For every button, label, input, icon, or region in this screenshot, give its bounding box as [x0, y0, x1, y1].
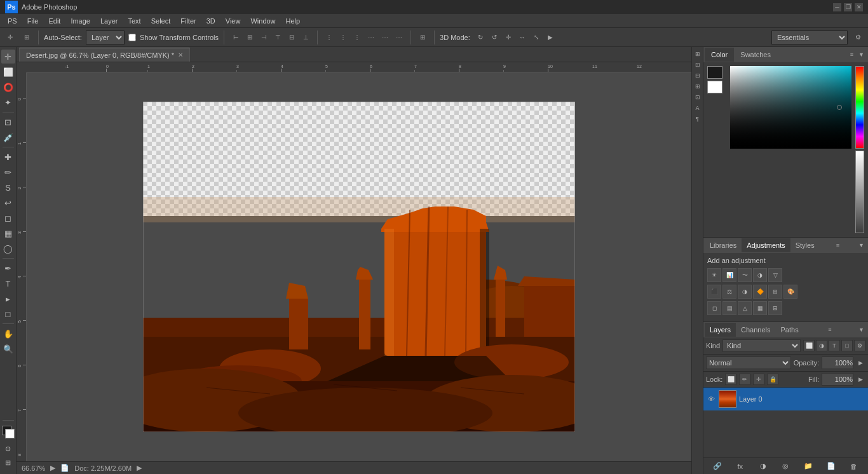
eyedropper-tool[interactable]: 💉	[1, 130, 15, 144]
tab-color[interactable]: Color	[705, 48, 734, 62]
adj-posterize[interactable]: ▤	[722, 301, 736, 315]
brush-tool[interactable]: ✏	[1, 165, 15, 179]
adj-exposure[interactable]: ◑	[753, 268, 767, 282]
menu-item-select[interactable]: Select	[146, 14, 176, 28]
dist-bottom-icon[interactable]: ⋯	[393, 31, 405, 44]
color-gradient-picker[interactable]	[730, 66, 851, 149]
healing-tool[interactable]: ✚	[1, 150, 15, 164]
adj-threshold[interactable]: △	[738, 301, 752, 315]
opacity-arrow[interactable]: ▶	[856, 360, 865, 366]
screen-mode-button[interactable]: ⊞	[2, 456, 15, 469]
document-tab[interactable]: Desert.jpg @ 66.7% (Layer 0, RGB/8#/CMYK…	[19, 48, 190, 62]
align-top-icon[interactable]: ⊤	[271, 31, 284, 44]
adj-vibrance[interactable]: ▽	[768, 268, 782, 282]
menu-item-file[interactable]: File	[22, 14, 44, 28]
lock-transparent-icon[interactable]: ⬜	[725, 374, 736, 385]
restore-button[interactable]: ❐	[844, 3, 852, 11]
panel-control-5[interactable]: ⊡	[693, 93, 702, 102]
dist-top-icon[interactable]: ⋯	[365, 31, 377, 44]
tab-adjustments[interactable]: Adjustments	[742, 238, 790, 252]
adj-color-balance[interactable]: ⚖	[722, 285, 736, 299]
adj-panel-menu[interactable]: ≡	[834, 242, 842, 248]
tab-styles[interactable]: Styles	[790, 238, 820, 252]
tab-libraries[interactable]: Libraries	[705, 238, 742, 252]
3d-roll-icon[interactable]: ↺	[488, 31, 501, 44]
adj-panel-collapse[interactable]: ▼	[856, 242, 867, 248]
hue-spectrum-bar[interactable]	[855, 66, 864, 149]
canvas-scroll[interactable]	[27, 72, 691, 461]
adj-selective-color[interactable]: ⊟	[768, 301, 782, 315]
path-selection-tool[interactable]: ▸	[1, 292, 15, 306]
layer-new-button[interactable]: 📄	[825, 460, 837, 473]
layer-item[interactable]: 👁 Layer 0	[703, 388, 868, 410]
menu-item-image[interactable]: Image	[65, 14, 95, 28]
blend-mode-select[interactable]: Normal Multiply Screen Overlay	[706, 356, 791, 369]
hand-tool[interactable]: ✋	[1, 327, 15, 341]
arrange-icon[interactable]: ⊞	[416, 31, 429, 44]
layer-link-button[interactable]: 🔗	[711, 460, 724, 473]
canvas-image[interactable]	[143, 102, 575, 432]
rectangle-tool[interactable]: □	[1, 307, 15, 321]
layer-adjustment-button[interactable]: ◎	[779, 460, 792, 473]
lock-paint-icon[interactable]: ✏	[739, 374, 750, 385]
adj-gradient-map[interactable]: ▦	[753, 301, 767, 315]
align-left-icon[interactable]: ⊢	[229, 31, 242, 44]
3d-pan-icon[interactable]: ✛	[502, 31, 515, 44]
layer-group-button[interactable]: 📁	[802, 460, 815, 473]
panel-control-7[interactable]: ¶	[693, 114, 702, 123]
alpha-bar[interactable]	[855, 151, 864, 233]
move-tool[interactable]: ✛	[1, 50, 15, 64]
auto-select-dropdown[interactable]: Layer Group	[86, 30, 125, 44]
fill-arrow[interactable]: ▶	[856, 376, 865, 383]
adj-invert[interactable]: ◻	[707, 301, 721, 315]
lock-position-icon[interactable]: ✛	[753, 374, 764, 385]
align-bottom-icon[interactable]: ⊥	[299, 31, 312, 44]
filter-adjust-icon[interactable]: ◑	[816, 340, 827, 351]
3d-slide-icon[interactable]: ↔	[516, 31, 529, 44]
panel-control-2[interactable]: ⊡	[693, 60, 702, 69]
tab-channels[interactable]: Channels	[736, 323, 775, 337]
menu-item-window[interactable]: Window	[245, 14, 280, 28]
layers-panel-menu[interactable]: ≡	[825, 327, 834, 333]
layer-visibility-toggle[interactable]: 👁	[706, 394, 716, 404]
filter-pixel-icon[interactable]: ⬜	[803, 340, 815, 351]
menu-item-edit[interactable]: Edit	[43, 14, 65, 28]
align-center-v-icon[interactable]: ⊟	[285, 31, 298, 44]
show-transform-checkbox[interactable]	[128, 34, 136, 41]
lock-all-icon[interactable]: 🔒	[767, 374, 778, 385]
layer-mask-button[interactable]: ◑	[757, 460, 770, 473]
type-tool[interactable]: T	[1, 276, 15, 290]
dodge-tool[interactable]: ◯	[1, 241, 15, 255]
workspace-dropdown[interactable]: Essentials Design Painting Photography	[771, 30, 848, 44]
layers-panel-collapse[interactable]: ▼	[856, 327, 867, 333]
menu-item-layer[interactable]: Layer	[95, 14, 123, 28]
panel-control-3[interactable]: ⊟	[693, 71, 702, 80]
minimize-button[interactable]: ─	[833, 3, 841, 11]
menu-item-ps[interactable]: PS	[3, 14, 22, 28]
eraser-tool[interactable]: ◻	[1, 211, 15, 225]
adj-hue-sat[interactable]: ⬛	[707, 285, 721, 299]
tab-layers[interactable]: Layers	[705, 323, 736, 337]
color-panel-collapse[interactable]: ▼	[856, 51, 867, 58]
menu-item-help[interactable]: Help	[281, 14, 306, 28]
align-right-icon[interactable]: ⊣	[257, 31, 270, 44]
filter-type-icon[interactable]: T	[829, 340, 840, 351]
adj-channel-mixer[interactable]: ⊞	[768, 285, 782, 299]
gradient-tool[interactable]: ▦	[1, 226, 15, 240]
align-center-h-icon[interactable]: ⊞	[243, 31, 256, 44]
statusbar-expand[interactable]: ▶	[137, 464, 142, 472]
close-button[interactable]: ✕	[855, 3, 863, 11]
pen-tool[interactable]: ✒	[1, 261, 15, 275]
background-color[interactable]	[5, 429, 15, 438]
adj-photo-filter[interactable]: 🔶	[753, 285, 767, 299]
3d-film-icon[interactable]: ▶	[544, 31, 557, 44]
magic-wand-tool[interactable]: ✦	[1, 95, 15, 109]
clone-tool[interactable]: S	[1, 180, 15, 194]
quick-mask-button[interactable]: ⊙	[2, 442, 15, 455]
fg-bg-color-swatch[interactable]	[2, 426, 15, 438]
fill-input[interactable]	[822, 373, 853, 386]
crop-tool[interactable]: ⊡	[1, 115, 15, 129]
menu-item-filter[interactable]: Filter	[175, 14, 201, 28]
layer-fx-button[interactable]: fx	[734, 460, 747, 473]
foreground-swatch[interactable]	[707, 66, 722, 79]
